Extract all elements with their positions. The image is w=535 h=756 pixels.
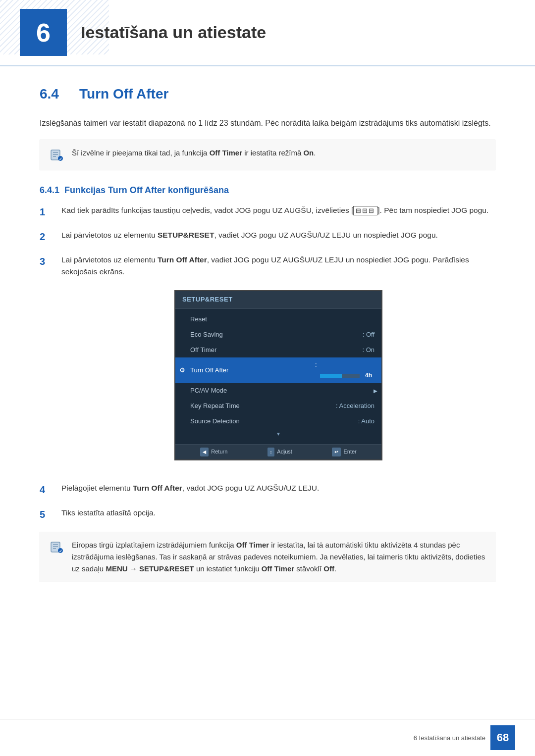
progress-bar-bg (320, 374, 360, 378)
return-icon: ◀ (200, 448, 209, 456)
menu-item-turn-off-after: ⚙ Turn Off After : 4h (175, 357, 381, 383)
menu-items-list: Reset Eco Saving : Off Off Timer : On (175, 309, 381, 442)
step-number-5: 5 (40, 507, 54, 522)
chapter-header: 6 Iestatīšana un atiestate (0, 0, 535, 66)
step-number-3: 3 (40, 254, 54, 269)
step-text-1: Kad tiek parādīts funkcijas taustiņu ceļ… (61, 204, 488, 217)
step-text-3: Lai pārvietotos uz elementu Turn Off Aft… (61, 254, 495, 473)
menu-item-pcav-mode: PC/AV Mode ▶ (175, 383, 381, 399)
note-box-1: ✓ Šī izvēlne ir pieejama tikai tad, ja f… (40, 140, 495, 170)
step-item-4: 4 Pielāgojiet elementu Turn Off After, v… (40, 482, 495, 497)
chapter-title: Iestatīšana un atiestate (81, 23, 266, 42)
intro-paragraph: Izslēgšanās taimeri var iestatīt diapazo… (40, 117, 495, 130)
note-icon-1: ✓ (49, 147, 65, 163)
footer-adjust-btn: ↕ Adjust (268, 448, 292, 456)
menu-screen: SETUP&RESET Reset Eco Saving : Off (174, 290, 382, 460)
menu-item-reset: Reset (175, 312, 381, 327)
step-number-2: 2 (40, 229, 54, 244)
footer-enter-btn: ↩ Enter (332, 448, 356, 456)
menu-header: SETUP&RESET (175, 291, 381, 309)
note-text-1: Šī izvēlne ir pieejama tikai tad, ja fun… (72, 147, 316, 159)
section-number: 6.4 (40, 86, 69, 102)
progress-bar-label: 4h (363, 370, 374, 381)
step-number-4: 4 (40, 482, 54, 497)
step-item-2: 2 Lai pārvietotos uz elementu SETUP&RESE… (40, 229, 495, 244)
progress-bar-fill (320, 374, 342, 378)
arrow-right-icon: ▶ (374, 387, 377, 395)
subsection-heading: 6.4.1 Funkcijas Turn Off After konfigurē… (40, 185, 495, 196)
menu-item-eco-saving: Eco Saving : Off (175, 327, 381, 343)
progress-bar-container: 4h (320, 370, 374, 381)
chapter-number: 6 (20, 9, 67, 56)
footer-return-btn: ◀ Return (200, 448, 227, 456)
step-item-1: 1 Kad tiek parādīts funkcijas taustiņu c… (40, 204, 495, 219)
step-text-2: Lai pārvietotos uz elementu SETUP&RESET,… (61, 229, 438, 242)
section-title: Turn Off After (79, 86, 168, 102)
page-number: 68 (490, 725, 515, 750)
enter-icon: ↩ (332, 448, 341, 456)
note-icon-2: ✓ (49, 539, 65, 555)
step-number-1: 1 (40, 204, 54, 219)
adjust-icon: ↕ (268, 448, 275, 456)
gear-icon: ⚙ (179, 365, 185, 376)
footer-chapter-text: 6 Iestatīšana un atiestate (414, 734, 485, 742)
scroll-down-indicator: ▼ (175, 429, 381, 439)
section-heading: 6.4 Turn Off After (40, 86, 495, 102)
monitor-screenshot: SETUP&RESET Reset Eco Saving : Off (174, 290, 382, 460)
note-text-2: Eiropas tirgū izplatītajiem izstrādājumi… (72, 539, 486, 575)
menu-item-off-timer: Off Timer : On (175, 343, 381, 358)
adjust-label: Adjust (277, 448, 292, 456)
menu-item-source-detection: Source Detection : Auto (175, 414, 381, 429)
return-label: Return (211, 448, 227, 456)
menu-item-key-repeat: Key Repeat Time : Acceleration (175, 399, 381, 414)
page-footer: 6 Iestatīšana un atiestate 68 (0, 719, 535, 756)
svg-text:✓: ✓ (59, 549, 62, 554)
steps-list: 1 Kad tiek parādīts funkcijas taustiņu c… (40, 204, 495, 522)
step-text-5: Tiks iestatīta atlasītā opcija. (61, 507, 156, 519)
svg-text:✓: ✓ (59, 157, 62, 161)
main-content: 6.4 Turn Off After Izslēgšanās taimeri v… (0, 66, 535, 622)
step-item-3: 3 Lai pārvietotos uz elementu Turn Off A… (40, 254, 495, 473)
step-item-5: 5 Tiks iestatīta atlasītā opcija. (40, 507, 495, 522)
enter-label: Enter (343, 448, 356, 456)
step-text-4: Pielāgojiet elementu Turn Off After, vad… (61, 482, 319, 495)
menu-footer: ◀ Return ↕ Adjust ↩ Enter (175, 444, 381, 459)
note-box-2: ✓ Eiropas tirgū izplatītajiem izstrādāju… (40, 532, 495, 582)
